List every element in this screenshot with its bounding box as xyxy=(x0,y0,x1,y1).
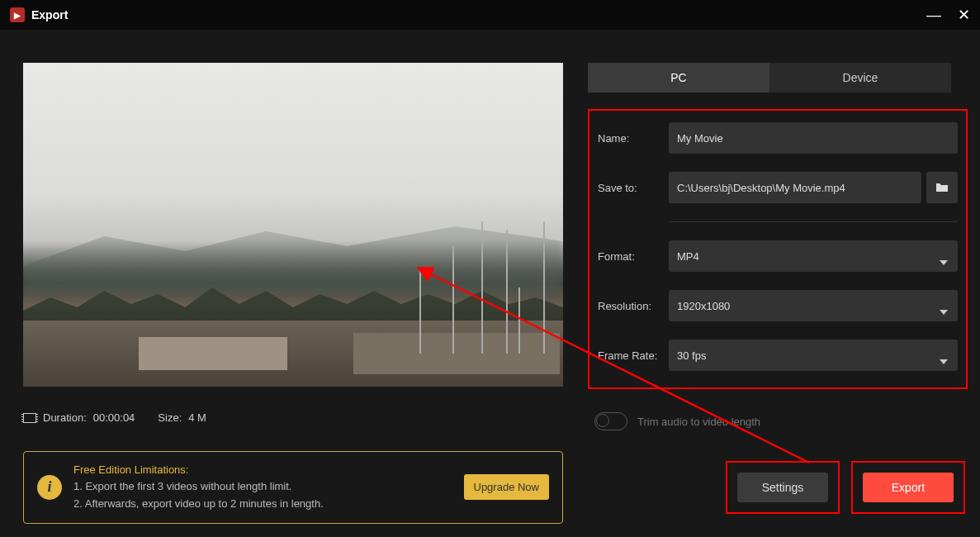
title-bar: ▶ Export — ✕ xyxy=(0,0,980,30)
window-title: Export xyxy=(31,8,68,21)
video-preview xyxy=(23,63,563,387)
video-metadata: Duration: 00:00:04 Size: 4 M xyxy=(23,411,563,424)
form-divider xyxy=(669,221,958,222)
settings-button[interactable]: Settings xyxy=(737,473,828,502)
tab-pc[interactable]: PC xyxy=(588,63,769,93)
limitation-line-2: 2. Afterwards, export video up to 2 minu… xyxy=(73,496,452,513)
minimize-button[interactable]: — xyxy=(926,7,941,24)
name-label: Name: xyxy=(598,132,669,145)
resolution-select[interactable]: 1920x1080 xyxy=(669,290,958,321)
resolution-label: Resolution: xyxy=(598,300,669,312)
size-value: 4 M xyxy=(188,411,206,424)
framerate-select[interactable]: 30 fps xyxy=(669,340,958,371)
export-settings-panel: Name: Save to: Format: MP4 xyxy=(588,109,968,389)
save-to-input[interactable] xyxy=(669,172,921,203)
limitation-line-1: 1. Export the first 3 videos without len… xyxy=(73,478,452,496)
duration-value: 00:00:04 xyxy=(93,411,135,424)
trim-toggle[interactable] xyxy=(594,412,627,430)
limitation-title: Free Edition Limitations: xyxy=(73,462,452,479)
folder-icon xyxy=(935,183,949,192)
export-tabs: PC Device xyxy=(588,63,951,93)
save-to-label: Save to: xyxy=(598,182,669,194)
export-button[interactable]: Export xyxy=(863,473,954,502)
info-icon: i xyxy=(37,475,62,500)
format-select[interactable]: MP4 xyxy=(669,240,958,272)
film-icon xyxy=(23,413,36,423)
upgrade-button[interactable]: Upgrade Now xyxy=(464,474,550,500)
app-icon: ▶ xyxy=(10,7,25,22)
size-label: Size: xyxy=(158,411,182,424)
format-label: Format: xyxy=(598,250,669,263)
duration-label: Duration: xyxy=(43,411,87,424)
close-button[interactable]: ✕ xyxy=(958,6,970,24)
tab-device[interactable]: Device xyxy=(769,63,951,93)
name-input[interactable] xyxy=(669,122,958,154)
browse-button[interactable] xyxy=(926,172,958,203)
framerate-label: Frame Rate: xyxy=(598,349,669,362)
limitation-notice: i Free Edition Limitations: 1. Export th… xyxy=(23,451,563,524)
trim-label: Trim audio to video length xyxy=(637,416,760,428)
